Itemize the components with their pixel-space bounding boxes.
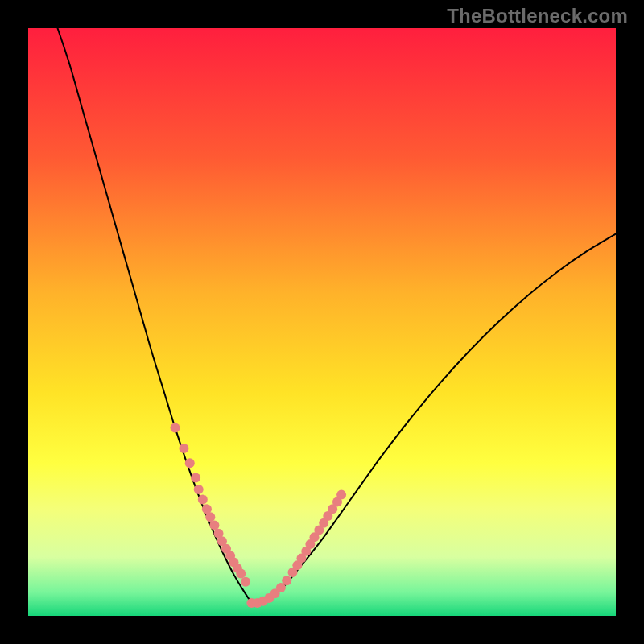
marker-dot — [282, 576, 291, 585]
marker-dot — [236, 568, 246, 578]
marker-dot — [185, 458, 195, 468]
bottleneck-chart — [28, 28, 616, 616]
marker-dot — [179, 444, 188, 453]
chart-frame: TheBottleneck.com — [0, 0, 644, 644]
marker-dot — [202, 504, 212, 514]
marker-dot — [205, 512, 215, 522]
marker-dot — [198, 494, 208, 504]
marker-dot — [209, 521, 219, 530]
marker-dot — [241, 577, 250, 587]
marker-dot — [336, 490, 346, 500]
watermark-label: TheBottleneck.com — [447, 5, 628, 27]
marker-dot — [171, 423, 180, 432]
marker-dot — [191, 473, 200, 482]
marker-dot — [194, 485, 204, 494]
